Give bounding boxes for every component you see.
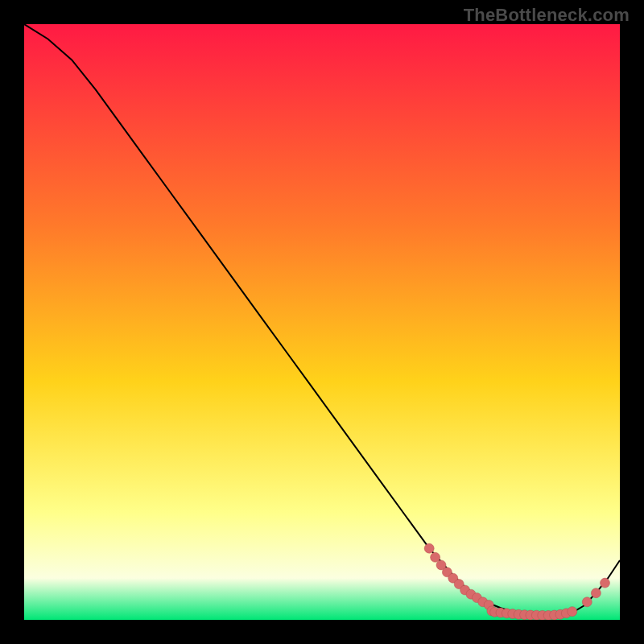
chart-stage: TheBottleneck.com xyxy=(0,0,644,644)
plot-area xyxy=(24,24,620,620)
chart-svg xyxy=(24,24,620,620)
data-point xyxy=(431,552,440,562)
watermark-text: TheBottleneck.com xyxy=(464,5,630,26)
data-point xyxy=(601,578,610,588)
data-point xyxy=(582,597,592,607)
data-point xyxy=(568,607,577,617)
data-point xyxy=(424,543,434,553)
data-point xyxy=(591,588,601,598)
